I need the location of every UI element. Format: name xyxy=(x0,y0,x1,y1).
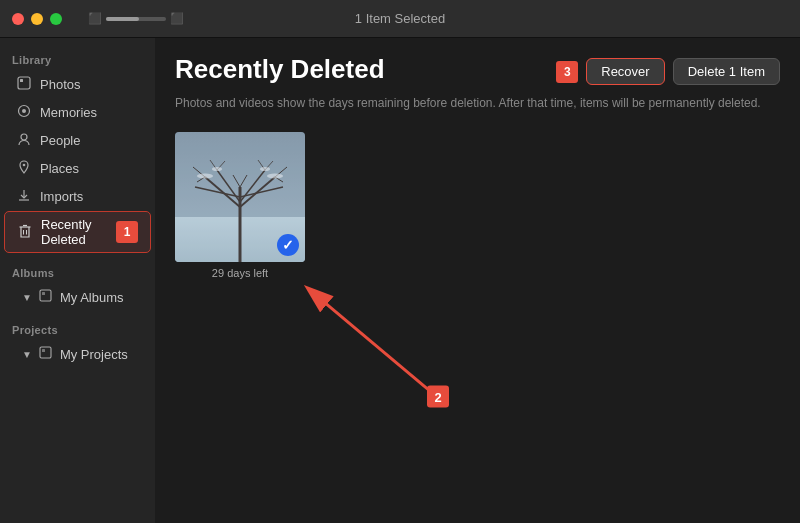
recently-deleted-label: Recently Deleted xyxy=(41,217,102,247)
svg-line-40 xyxy=(320,298,445,403)
photo-checkmark: ✓ xyxy=(277,234,299,256)
sidebar-toggle: ⬛ ⬛ xyxy=(88,12,184,25)
sidebar-item-places[interactable]: Places xyxy=(4,155,151,182)
svg-rect-12 xyxy=(42,292,45,295)
window-title: 1 Item Selected xyxy=(355,11,445,26)
window-controls xyxy=(12,13,62,25)
memories-label: Memories xyxy=(40,105,97,120)
people-icon xyxy=(16,132,32,149)
sidebar-item-memories[interactable]: Memories xyxy=(4,99,151,126)
svg-point-5 xyxy=(23,164,26,167)
svg-text:2: 2 xyxy=(434,389,441,404)
photo-days-left: 29 days left xyxy=(212,267,268,279)
recently-deleted-icon xyxy=(17,224,33,241)
sidebar-item-photos[interactable]: Photos xyxy=(4,71,151,98)
sidebar-item-people[interactable]: People xyxy=(4,127,151,154)
content-description: Photos and videos show the days remainin… xyxy=(155,95,800,124)
projects-section-label: Projects xyxy=(0,318,155,340)
imports-icon xyxy=(16,188,32,205)
main-layout: Library Photos Memories People Places xyxy=(0,38,800,523)
maximize-button[interactable] xyxy=(50,13,62,25)
recover-button[interactable]: Recover xyxy=(586,58,664,85)
titlebar: ⬛ ⬛ 1 Item Selected xyxy=(0,0,800,38)
sidebar: Library Photos Memories People Places xyxy=(0,38,155,523)
people-label: People xyxy=(40,133,80,148)
svg-rect-14 xyxy=(42,349,45,352)
svg-rect-13 xyxy=(40,347,51,358)
step-badge-3: 3 xyxy=(556,61,578,83)
sidebar-item-recently-deleted[interactable]: Recently Deleted 1 xyxy=(4,211,151,253)
content-area: Recently Deleted 3 Recover Delete 1 Item… xyxy=(155,38,800,523)
places-icon xyxy=(16,160,32,177)
imports-label: Imports xyxy=(40,189,83,204)
recently-deleted-label-wrap: Recently Deleted xyxy=(41,217,102,247)
minimize-button[interactable] xyxy=(31,13,43,25)
my-albums-icon xyxy=(38,289,54,305)
memories-icon xyxy=(16,104,32,121)
albums-section-label: Albums xyxy=(0,261,155,283)
sidebar-item-my-projects[interactable]: ▼ My Projects xyxy=(4,341,151,367)
close-button[interactable] xyxy=(12,13,24,25)
page-title: Recently Deleted xyxy=(175,54,385,85)
content-header: Recently Deleted 3 Recover Delete 1 Item xyxy=(155,38,800,95)
svg-point-4 xyxy=(21,134,27,140)
photos-icon xyxy=(16,76,32,93)
expand-icon: ▼ xyxy=(22,292,32,303)
library-section-label: Library xyxy=(0,48,155,70)
my-albums-label: My Albums xyxy=(60,290,124,305)
header-buttons: 3 Recover Delete 1 Item xyxy=(550,58,780,85)
delete-button[interactable]: Delete 1 Item xyxy=(673,58,780,85)
svg-rect-11 xyxy=(40,290,51,301)
svg-rect-41 xyxy=(427,385,449,407)
svg-point-3 xyxy=(22,109,26,113)
photo-grid: ✓ 29 days left 2 xyxy=(155,124,800,523)
my-projects-label: My Projects xyxy=(60,347,128,362)
photo-thumb-wrap: ✓ xyxy=(175,132,305,262)
places-label: Places xyxy=(40,161,79,176)
sidebar-item-imports[interactable]: Imports xyxy=(4,183,151,210)
photo-item[interactable]: ✓ 29 days left xyxy=(175,132,305,279)
expand-icon-projects: ▼ xyxy=(22,349,32,360)
my-projects-icon xyxy=(38,346,54,362)
svg-rect-0 xyxy=(18,77,30,89)
svg-rect-1 xyxy=(20,79,23,82)
step-badge-1: 1 xyxy=(116,221,138,243)
sidebar-item-my-albums[interactable]: ▼ My Albums xyxy=(4,284,151,310)
photos-label: Photos xyxy=(40,77,80,92)
